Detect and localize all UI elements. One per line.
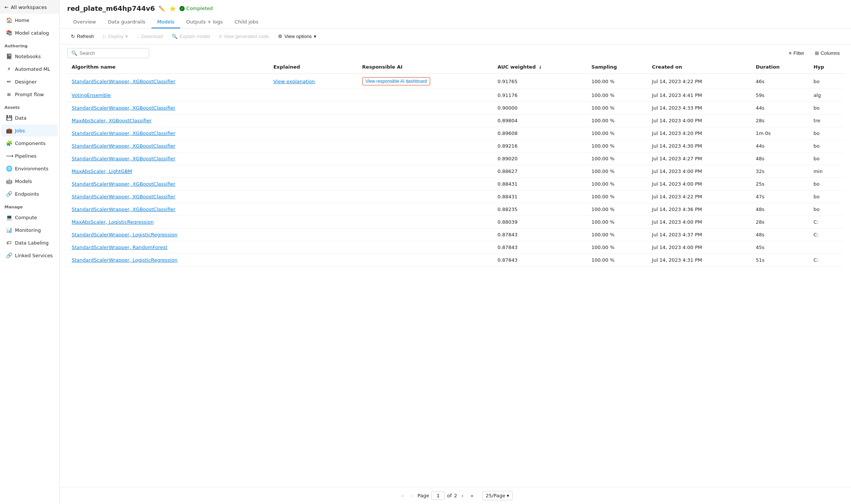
col-auc-weighted[interactable]: AUC weighted ↓ [493,60,587,74]
auc-value: 0.91176 [493,89,587,102]
per-page-chevron-icon: ▾ [507,493,509,498]
algorithm-link[interactable]: StandardScalerWrapper, XGBoostClassifier [72,194,175,199]
algorithm-link[interactable]: StandardScalerWrapper, XGBoostClassifier [72,130,175,136]
per-page-selector[interactable]: 25/Page ▾ [482,491,513,500]
auc-value: 0.89020 [493,152,587,165]
designer-icon: ✏️ [6,79,12,85]
explain-model-button[interactable]: 🔍 Explain model [168,32,214,41]
favorite-button[interactable]: ⭐ [169,5,176,12]
tab-child-jobs[interactable]: Child jobs [229,16,265,28]
sidebar-item-model-catalog[interactable]: 📚 Model catalog [1,27,58,39]
duration-value: 28s [751,114,809,127]
col-sampling[interactable]: Sampling [587,60,647,74]
col-hyp[interactable]: Hyp [809,60,844,74]
created-on-value: Jul 14, 2023 4:22 PM [648,190,751,203]
algorithm-link[interactable]: StandardScalerWrapper, XGBoostClassifier [72,156,175,161]
algorithm-link[interactable]: StandardScalerWrapper, XGBoostClassifier [72,143,175,149]
tab-models[interactable]: Models [151,16,181,28]
sidebar-item-automated-ml[interactable]: ⚡ Automated ML [1,63,58,75]
sidebar-item-endpoints[interactable]: 🔗 Endpoints [1,188,58,200]
auc-value: 0.91765 [493,74,587,89]
sidebar-item-pipelines[interactable]: ⟶ Pipelines [1,150,58,162]
algorithm-link[interactable]: StandardScalerWrapper, RandomForest [72,245,168,250]
view-generated-code-button[interactable]: # View generated code [215,32,273,41]
auc-value: 0.89608 [493,127,587,140]
download-button[interactable]: ↓ Download [133,32,166,41]
sidebar-item-label: Automated ML [15,66,50,72]
algorithm-link[interactable]: StandardScalerWrapper, XGBoostClassifier [72,105,175,111]
view-options-button[interactable]: ⚙ View options ▾ [274,32,320,41]
environments-icon: 🌐 [6,166,12,171]
hyp-value: C: [809,254,844,267]
tab-overview[interactable]: Overview [67,16,102,28]
of-label: of [447,493,452,498]
sampling-value: 100.00 % [587,229,647,241]
sidebar-item-jobs[interactable]: 💼 Jobs [1,125,58,136]
sidebar-item-designer[interactable]: ✏️ Designer [1,76,58,88]
algorithm-link[interactable]: VotingEnsemble [72,92,111,98]
col-created-on[interactable]: Created on [648,60,751,74]
duration-value: 48s [751,152,809,165]
sidebar-item-compute[interactable]: 💻 Compute [1,211,58,223]
sidebar-item-home[interactable]: 🏠 Home [1,14,58,26]
deploy-chevron-icon: ▾ [125,34,128,39]
sidebar-item-monitoring[interactable]: 📊 Monitoring [1,224,58,236]
filter-label: Filter [794,50,804,56]
columns-button[interactable]: ⊞ Columns [811,48,844,58]
back-button[interactable]: ← All workspaces [0,0,59,14]
deploy-button[interactable]: ▷ Deploy ▾ [99,32,132,41]
auc-value: 0.88431 [493,190,587,203]
sidebar-item-label: Compute [15,215,37,220]
table-row: StandardScalerWrapper, XGBoostClassifier… [67,203,844,216]
hyp-value: bo [809,178,844,190]
hyp-value [809,241,844,254]
hyp-value: bo [809,74,844,89]
sidebar-item-prompt-flow[interactable]: ≡ Prompt flow [1,88,58,100]
algorithm-link[interactable]: StandardScalerWrapper, LogisticRegressio… [72,257,178,263]
hyp-value: bo [809,190,844,203]
algorithm-link[interactable]: StandardScalerWrapper, XGBoostClassifier [72,207,175,212]
algorithm-link[interactable]: MaxAbsScaler, LightGBM [72,168,132,174]
auc-value: 0.87843 [493,229,587,241]
sidebar-item-notebooks[interactable]: 📓 Notebooks [1,50,58,62]
sidebar-item-models[interactable]: 🤖 Models [1,175,58,187]
sidebar-item-linked-services[interactable]: 🔗 Linked Services [1,249,58,261]
search-input[interactable] [79,50,145,56]
duration-value: 48s [751,203,809,216]
hyp-value: tre [809,114,844,127]
algorithm-link[interactable]: MaxAbsScaler, XGBoostClassifier [72,118,151,123]
first-page-button[interactable]: « [398,491,407,500]
sidebar-item-label: Pipelines [15,153,37,159]
duration-value: 44s [751,102,809,114]
sidebar-item-label: Model catalog [15,30,49,36]
search-actions: ≡ Filter ⊞ Columns [785,48,844,58]
col-responsible-ai[interactable]: Responsible AI [358,60,493,74]
columns-label: Columns [821,50,840,56]
responsible-ai-dashboard-button[interactable]: View responsible AI dashboard [362,77,431,85]
last-page-button[interactable]: » [468,491,476,500]
edit-title-button[interactable]: ✏️ [158,5,166,12]
sampling-value: 100.00 % [587,74,647,89]
col-explained[interactable]: Explained [269,60,358,74]
filter-button[interactable]: ≡ Filter [785,48,808,58]
tab-data-guardrails[interactable]: Data guardrails [102,16,151,28]
sidebar-item-components[interactable]: 🧩 Components [1,137,58,149]
algorithm-link[interactable]: StandardScalerWrapper, XGBoostClassifier [72,181,175,187]
algorithm-link[interactable]: MaxAbsScaler, LogisticRegression [72,219,154,225]
sidebar-item-data[interactable]: 💾 Data [1,112,58,124]
view-explanation-link[interactable]: View explanation [273,79,315,84]
search-box[interactable]: 🔍 [67,48,149,58]
refresh-button[interactable]: ↻ Refresh [67,32,98,41]
algorithm-link[interactable]: StandardScalerWrapper, XGBoostClassifier [72,79,175,84]
col-algorithm[interactable]: Algorithm name [67,60,269,74]
created-on-value: Jul 14, 2023 4:00 PM [648,241,751,254]
sidebar-item-data-labeling[interactable]: 🏷 Data Labeling [1,237,58,249]
page-number-input[interactable] [431,491,445,500]
sidebar-item-environments[interactable]: 🌐 Environments [1,163,58,174]
view-code-label: View generated code [223,34,269,39]
col-duration[interactable]: Duration [751,60,809,74]
tab-outputs-logs[interactable]: Outputs + logs [180,16,229,28]
next-page-button[interactable]: › [459,491,466,500]
algorithm-link[interactable]: StandardScalerWrapper, LogisticRegressio… [72,232,178,237]
prev-page-button[interactable]: ‹ [409,491,416,500]
